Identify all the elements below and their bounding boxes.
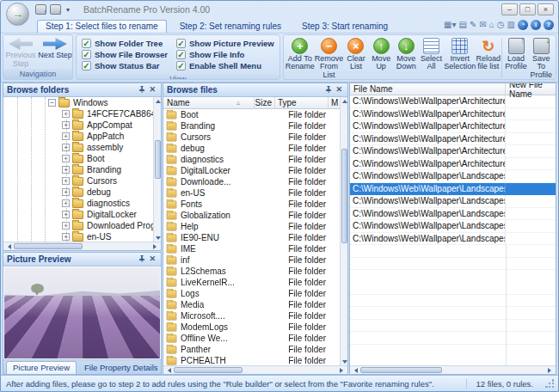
help-icon[interactable]: ? bbox=[544, 20, 554, 30]
info-icon[interactable]: i bbox=[531, 20, 541, 30]
command-button[interactable]: + Add To Rename bbox=[286, 37, 315, 71]
rename-row[interactable]: C:\Windows\Web\Wallpaper\Landscapes\im..… bbox=[350, 170, 556, 183]
file-row[interactable]: Globalization File folder 2 bbox=[163, 210, 340, 221]
home-icon[interactable]: ⌂ bbox=[489, 20, 494, 30]
folder-tree-item[interactable]: + DigitalLocker bbox=[3, 209, 153, 220]
file-row[interactable]: Help File folder 0 bbox=[163, 221, 340, 232]
command-button[interactable]: ↓ Move Down bbox=[394, 37, 419, 71]
column-header-size[interactable]: Size bbox=[255, 97, 275, 108]
pin-icon[interactable] bbox=[137, 255, 147, 264]
command-button[interactable]: ↻ Reload file list bbox=[476, 37, 501, 71]
folder-tree-item[interactable]: + debug bbox=[3, 187, 153, 198]
next-step-button[interactable]: Next Step bbox=[38, 35, 72, 60]
command-button[interactable]: − Remove From List bbox=[315, 37, 344, 79]
rename-row[interactable]: C:\Windows\Web\Wallpaper\Architecture\im… bbox=[350, 120, 556, 133]
file-row[interactable]: Microsoft.... File folder 1 bbox=[163, 310, 340, 322]
file-row[interactable]: Boot File folder 1 bbox=[163, 109, 340, 120]
checkbox-check-icon[interactable]: ✓ bbox=[82, 39, 91, 48]
command-button[interactable]: Select All bbox=[419, 37, 444, 71]
checkbox-check-icon[interactable]: ✓ bbox=[176, 39, 186, 48]
edit-file-icon[interactable]: ✎ bbox=[470, 20, 476, 30]
checkbox-check-icon[interactable]: ✓ bbox=[176, 50, 186, 59]
view-checkbox[interactable]: ✓ Enable Shell Menu bbox=[176, 61, 274, 70]
step-tab[interactable]: Step 1: Select files to rename bbox=[37, 20, 167, 33]
folder-tree-item[interactable]: + Downloaded Program File bbox=[3, 220, 153, 231]
pin-icon[interactable] bbox=[323, 86, 334, 95]
file-row[interactable]: IE90-ENU File folder 0 bbox=[163, 232, 340, 243]
command-button[interactable]: ↑ Move Up bbox=[369, 37, 394, 71]
file-row[interactable]: IME File folder 1 bbox=[163, 243, 340, 254]
column-header-modified[interactable]: M bbox=[329, 97, 340, 108]
folder-tree-item[interactable]: + Cursors bbox=[3, 175, 153, 187]
step-tab[interactable]: Step 2: Set renaming rules bbox=[172, 21, 289, 33]
maximize-button[interactable]: □ bbox=[519, 3, 536, 15]
folder-tree-item[interactable]: + AppPatch bbox=[3, 131, 153, 142]
file-row[interactable]: L2Schemas File folder 1 bbox=[163, 266, 340, 277]
folder-tree-item[interactable]: + 14FCFE7CAB86428A9D2E8 bbox=[3, 108, 153, 119]
column-header-name[interactable]: Name ▵ bbox=[163, 97, 255, 108]
view-checkbox[interactable]: ✓ Show Picture Preview bbox=[176, 39, 274, 48]
rename-row[interactable]: C:\Windows\Web\Wallpaper\Architecture\im… bbox=[350, 133, 556, 146]
command-button[interactable]: × Clear List bbox=[343, 37, 368, 71]
view-checkbox[interactable]: ✓ Show File Info bbox=[176, 50, 274, 59]
minimize-button[interactable]: – bbox=[501, 3, 518, 15]
tree-expander-icon[interactable]: − bbox=[48, 99, 56, 107]
archive-icon[interactable]: ▥ bbox=[507, 20, 515, 30]
app-menu-icon[interactable]: ▦▾ bbox=[444, 20, 456, 30]
step-tab[interactable]: Step 3: Start renaming bbox=[294, 21, 396, 33]
folders-vertical-scrollbar[interactable] bbox=[153, 97, 161, 242]
file-row[interactable]: diagnostics File folder 1 bbox=[163, 154, 340, 165]
file-row[interactable]: ModemLogs File folder 1 bbox=[163, 322, 340, 333]
mail-icon[interactable]: ✉ bbox=[479, 20, 486, 30]
file-row[interactable]: Downloade... File folder 1 bbox=[163, 176, 340, 187]
view-checkbox[interactable]: ✓ Show File Browser bbox=[82, 50, 168, 59]
column-header-new-file-name[interactable]: New File Name bbox=[506, 83, 556, 95]
app-orb-button[interactable]: → bbox=[6, 3, 29, 26]
file-row[interactable]: PCHEALTH File folder 0 bbox=[163, 355, 340, 365]
checkbox-check-icon[interactable]: ✓ bbox=[176, 61, 186, 70]
rename-row[interactable]: C:\Windows\Web\Wallpaper\Landscapes\im..… bbox=[350, 220, 556, 233]
view-checkbox[interactable]: ✓ Show Status Bar bbox=[82, 61, 168, 70]
folder-tree-item[interactable]: + AppCompat bbox=[3, 119, 153, 131]
folder-tree-item[interactable]: + Boot bbox=[3, 153, 153, 164]
command-button[interactable]: Invert Selection bbox=[444, 37, 476, 71]
column-header-file-name[interactable]: File Name bbox=[350, 83, 506, 95]
file-row[interactable]: LiveKernelR... File folder 2 bbox=[163, 277, 340, 288]
rename-row[interactable]: C:\Windows\Web\Wallpaper\Landscapes\im..… bbox=[350, 183, 556, 196]
globe-icon[interactable]: ◔ bbox=[518, 20, 528, 30]
file-row[interactable]: Cursors File folder 1 bbox=[163, 132, 340, 143]
rename-row[interactable]: C:\Windows\Web\Wallpaper\Landscapes\im..… bbox=[350, 195, 556, 208]
new-file-icon[interactable]: ▤ bbox=[459, 20, 467, 30]
tab-picture-preview[interactable]: Picture Preview bbox=[6, 361, 77, 374]
command-button[interactable]: Load Profile bbox=[503, 37, 528, 71]
folder-tree-item[interactable]: + en-US bbox=[3, 231, 153, 242]
close-panel-icon[interactable]: ✕ bbox=[334, 86, 344, 94]
rename-horizontal-scrollbar[interactable] bbox=[350, 365, 556, 374]
file-row[interactable]: en-US File folder 2 bbox=[163, 187, 340, 199]
history-icon[interactable]: ◷ bbox=[497, 20, 505, 30]
file-row[interactable]: Fonts File folder 1 bbox=[163, 199, 340, 210]
folder-tree-item[interactable]: + diagnostics bbox=[3, 198, 153, 209]
files-horizontal-scrollbar[interactable] bbox=[163, 365, 347, 374]
column-header-type[interactable]: Type bbox=[275, 97, 329, 108]
files-vertical-scrollbar[interactable] bbox=[340, 97, 347, 365]
command-button[interactable]: Save To Profile bbox=[529, 37, 554, 79]
file-row[interactable]: DigitalLocker File folder 1 bbox=[163, 165, 340, 176]
load-profile-quick-icon[interactable] bbox=[35, 4, 46, 15]
rename-row[interactable]: C:\Windows\Web\Wallpaper\Landscapes\im..… bbox=[350, 233, 556, 246]
file-row[interactable]: Branding File folder 1 bbox=[163, 120, 340, 132]
file-row[interactable]: Logs File folder 2 bbox=[163, 288, 340, 299]
close-button[interactable]: × bbox=[538, 3, 554, 15]
previous-step-button[interactable]: Previous Step bbox=[3, 35, 38, 69]
folder-tree-item[interactable]: + assembly bbox=[3, 142, 153, 153]
rename-row[interactable]: C:\Windows\Web\Wallpaper\Landscapes\im..… bbox=[350, 208, 556, 221]
rename-row[interactable]: C:\Windows\Web\Wallpaper\Architecture\im… bbox=[350, 145, 556, 158]
view-checkbox[interactable]: ✓ Show Folder Tree bbox=[82, 39, 168, 48]
file-row[interactable]: Offline We... File folder 1 bbox=[163, 333, 340, 344]
file-row[interactable]: inf File folder 2 bbox=[163, 254, 340, 266]
folder-tree-item[interactable]: − Windows bbox=[3, 97, 153, 108]
folders-horizontal-scrollbar[interactable] bbox=[3, 242, 161, 250]
file-row[interactable]: Media File folder 2 bbox=[163, 299, 340, 310]
rename-row[interactable]: C:\Windows\Web\Wallpaper\Architecture\im… bbox=[350, 108, 556, 121]
checkbox-check-icon[interactable]: ✓ bbox=[82, 50, 91, 59]
